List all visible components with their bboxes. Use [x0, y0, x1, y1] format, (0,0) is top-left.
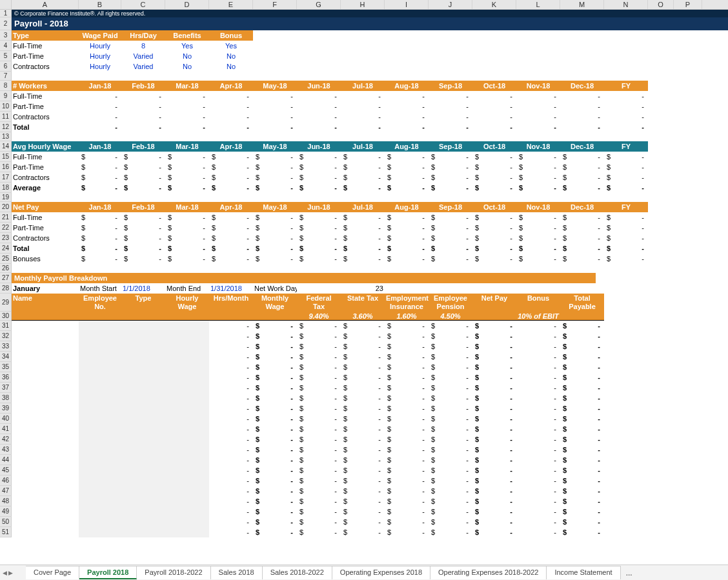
row-24[interactable]: 24	[0, 243, 12, 254]
monthly-wage-cell[interactable]: $-	[253, 445, 297, 455]
worker-val[interactable]: -	[165, 112, 209, 122]
avg-val[interactable]: $-	[121, 183, 165, 193]
row-31[interactable]: 31	[0, 321, 12, 331]
month-Mar-18[interactable]: Mar-18	[165, 81, 209, 91]
col-M[interactable]: M	[560, 0, 604, 9]
net-val[interactable]: $-	[516, 233, 560, 243]
avg-val[interactable]: $-	[472, 162, 516, 172]
empno-cell[interactable]	[79, 496, 121, 506]
name-cell[interactable]	[12, 383, 79, 393]
empno-cell[interactable]	[79, 362, 121, 372]
empins-cell[interactable]: $-	[385, 496, 429, 506]
net-val[interactable]: $-	[472, 233, 516, 243]
worker-val[interactable]: -	[341, 122, 385, 132]
empins-cell[interactable]: $-	[385, 486, 429, 496]
fedtax-cell[interactable]: $-	[297, 486, 341, 496]
avg-val[interactable]: $-	[209, 152, 253, 162]
type-label[interactable]: Contractors	[12, 61, 79, 72]
type-wage[interactable]: Hourly	[79, 61, 121, 72]
type-cell[interactable]	[121, 486, 165, 496]
empins-cell[interactable]: $-	[385, 403, 429, 414]
net-val[interactable]: $-	[429, 243, 472, 254]
worker-val[interactable]: -	[385, 101, 429, 112]
row-25[interactable]: 25	[0, 254, 12, 264]
worker-val[interactable]: -	[560, 91, 604, 101]
net-val[interactable]: $-	[385, 223, 429, 233]
fedtax-cell[interactable]: $-	[297, 496, 341, 506]
worker-val[interactable]: -	[560, 101, 604, 112]
tab-nav-prev-icon[interactable]: ◀	[3, 570, 7, 576]
month-Nov-18[interactable]: Nov-18	[516, 81, 560, 91]
month-Jul-18[interactable]: Jul-18	[341, 81, 385, 91]
row-28[interactable]: 28	[0, 283, 12, 294]
emppen-cell[interactable]: $-	[429, 321, 472, 331]
month-Jan-18[interactable]: Jan-18	[79, 141, 121, 152]
hdr-wagepaid[interactable]: Wage Paid	[79, 30, 121, 41]
totalpay-cell[interactable]: $-	[560, 445, 604, 455]
hourly-cell[interactable]	[165, 424, 209, 434]
totalpay-cell[interactable]: $-	[560, 341, 604, 352]
netpay-cell[interactable]: $-	[472, 331, 516, 341]
net-val[interactable]: $-	[297, 212, 341, 223]
empins-cell[interactable]: $-	[385, 475, 429, 486]
hrs-cell[interactable]: -	[209, 517, 253, 527]
name-cell[interactable]	[12, 424, 79, 434]
fedtax-cell[interactable]: $-	[297, 414, 341, 424]
empins-cell[interactable]: $-	[385, 383, 429, 393]
avg-val[interactable]: $-	[209, 162, 253, 172]
net-val[interactable]: $-	[560, 243, 604, 254]
row-49[interactable]: 49	[0, 506, 12, 517]
empno-cell[interactable]	[79, 465, 121, 475]
row-50[interactable]: 50	[0, 517, 12, 527]
type-label[interactable]: Part-Time	[12, 51, 79, 61]
worker-val[interactable]: -	[79, 122, 121, 132]
month-Jun-18[interactable]: Jun-18	[297, 202, 341, 212]
hourly-cell[interactable]	[165, 445, 209, 455]
bonus-cell[interactable]: -	[516, 455, 560, 465]
netpay-cell[interactable]: $-	[472, 506, 516, 517]
row-33[interactable]: 33	[0, 341, 12, 352]
net-val[interactable]: $-	[209, 243, 253, 254]
row-43[interactable]: 43	[0, 445, 12, 455]
name-cell[interactable]	[12, 475, 79, 486]
hourly-cell[interactable]	[165, 486, 209, 496]
net-val[interactable]: $-	[121, 223, 165, 233]
avg-val[interactable]: $-	[472, 152, 516, 162]
empins-cell[interactable]: $-	[385, 372, 429, 383]
hrs-cell[interactable]: -	[209, 341, 253, 352]
tab-nav-next-icon[interactable]: ▶	[8, 570, 13, 576]
avg-val[interactable]: $-	[209, 172, 253, 183]
monthly-wage-cell[interactable]: $-	[253, 527, 297, 537]
totalpay-cell[interactable]: $-	[560, 331, 604, 341]
net-val[interactable]: $-	[560, 233, 604, 243]
hrs-cell[interactable]: -	[209, 496, 253, 506]
net-val[interactable]: $-	[560, 223, 604, 233]
row-4[interactable]: 4	[0, 41, 12, 51]
net-val[interactable]: $-	[121, 212, 165, 223]
net-val[interactable]: $-	[209, 212, 253, 223]
row-45[interactable]: 45	[0, 465, 12, 475]
netpay-cell[interactable]: $-	[472, 527, 516, 537]
name-cell[interactable]	[12, 321, 79, 331]
hrs-cell[interactable]: -	[209, 362, 253, 372]
col-L[interactable]: L	[516, 0, 560, 9]
pen-pct[interactable]: 4.50%	[429, 312, 472, 321]
worker-val[interactable]: -	[209, 91, 253, 101]
avg-val[interactable]: $-	[253, 172, 297, 183]
net-val[interactable]: $-	[429, 223, 472, 233]
month-Jan-18[interactable]: Jan-18	[79, 202, 121, 212]
worker-val[interactable]: -	[165, 101, 209, 112]
empno-cell[interactable]	[79, 424, 121, 434]
name-cell[interactable]	[12, 527, 79, 537]
avg-row-label[interactable]: Average	[12, 183, 79, 193]
worker-val[interactable]: -	[209, 101, 253, 112]
bonus-note[interactable]: 10% of EBIT	[516, 312, 560, 321]
netpay-cell[interactable]: $-	[472, 321, 516, 331]
hourly-cell[interactable]	[165, 496, 209, 506]
avg-val[interactable]: $-	[429, 183, 472, 193]
row-13[interactable]: 13	[0, 132, 12, 141]
netpay-cell[interactable]: $-	[472, 496, 516, 506]
bonus-cell[interactable]: -	[516, 424, 560, 434]
empno-cell[interactable]	[79, 331, 121, 341]
empins-cell[interactable]: $-	[385, 331, 429, 341]
